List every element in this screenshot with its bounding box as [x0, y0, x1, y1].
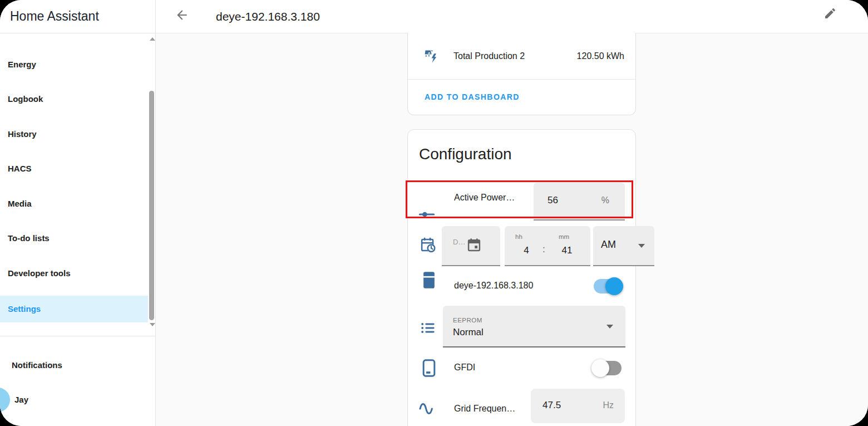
scroll-up-arrow-icon[interactable] [150, 37, 155, 41]
eeprom-label: EEPROM [453, 317, 482, 324]
chevron-down-icon [606, 325, 613, 329]
entity-row-total-production[interactable]: Total Production 2 120.50 kWh [408, 33, 635, 79]
page-title: deye-192.168.3.180 [216, 0, 320, 33]
active-power-label: Active Power… [454, 193, 515, 203]
arrow-left-icon [175, 8, 189, 22]
minute-label: mm [559, 233, 569, 240]
list-icon [420, 320, 436, 336]
sidebar-item-user[interactable]: Jay [0, 386, 148, 413]
sidebar-item-notifications[interactable]: Notifications [0, 352, 148, 379]
gfdi-label: GFDI [454, 363, 475, 373]
sidebar-item-hacs[interactable]: HACS [0, 155, 148, 182]
back-button[interactable] [175, 8, 190, 23]
calendar-clock-icon [420, 237, 437, 253]
entity-value: 120.50 kWh [577, 33, 624, 79]
date-input[interactable]: D… [442, 226, 500, 266]
sidebar-item-logbook[interactable]: Logbook [0, 86, 148, 112]
toggle-thumb [605, 277, 623, 295]
sidebar-item-media[interactable]: Media [0, 190, 148, 217]
add-to-dashboard-button[interactable]: ADD TO DASHBOARD [425, 80, 520, 114]
time-input[interactable]: hh 4 : mm 41 [505, 226, 590, 266]
pencil-icon [823, 7, 837, 20]
inverter-icon [422, 271, 436, 289]
card-actions: ADD TO DASHBOARD [408, 79, 635, 115]
page-header: deye-192.168.3.180 [156, 0, 868, 33]
sidebar-item-history[interactable]: History [0, 121, 148, 148]
eeprom-value: Normal [453, 327, 484, 338]
chevron-down-icon [638, 244, 645, 248]
sidebar-divider [0, 336, 156, 336]
sidebar-item-settings[interactable]: Settings [0, 296, 148, 322]
meridiem-value: AM [601, 239, 616, 251]
scroll-down-arrow-icon[interactable] [150, 323, 155, 326]
app-window: Home Assistant Energy Logbook History HA… [0, 0, 868, 426]
grid-frequency-unit: Hz [603, 400, 614, 410]
main-area: deye-192.168.3.180 [156, 0, 868, 426]
sensors-card: Total Production 2 120.50 kWh ADD TO DAS… [407, 33, 636, 115]
active-power-value: 56 [548, 195, 558, 206]
gfdi-toggle[interactable] [595, 361, 622, 375]
entity-name: Total Production 2 [453, 33, 525, 79]
solar-power-icon [423, 48, 439, 64]
calendar-icon [466, 237, 482, 253]
sidebar: Home Assistant Energy Logbook History HA… [0, 0, 156, 426]
tablet-icon [422, 359, 436, 377]
inverter-toggle[interactable] [594, 279, 620, 293]
edit-button[interactable] [823, 7, 840, 23]
sidebar-item-energy[interactable]: Energy [0, 51, 148, 78]
eeprom-select[interactable]: EEPROM Normal [443, 306, 625, 347]
hour-label: hh [515, 233, 522, 240]
minute-value[interactable]: 41 [556, 245, 578, 256]
inverter-label: deye-192.168.3.180 [454, 281, 533, 291]
grid-frequency-value: 47.5 [542, 400, 561, 411]
slider-icon [418, 208, 435, 221]
page-content: Total Production 2 120.50 kWh ADD TO DAS… [156, 33, 868, 426]
sidebar-scrollbar[interactable] [149, 91, 154, 320]
meridiem-select[interactable]: AM [593, 226, 654, 266]
app-title: Home Assistant [10, 0, 99, 33]
active-power-unit: % [601, 195, 609, 205]
active-power-input[interactable]: 56 % [534, 183, 625, 221]
sidebar-item-todo-lists[interactable]: To-do lists [0, 225, 148, 252]
hour-value[interactable]: 4 [515, 245, 537, 256]
time-separator: : [542, 244, 545, 255]
avatar [0, 388, 10, 412]
card-title: Configuration [419, 145, 512, 163]
sidebar-item-developer-tools[interactable]: Developer tools [0, 260, 148, 287]
date-placeholder: D… [453, 238, 465, 246]
user-name: Jay [14, 386, 28, 413]
grid-frequency-label: Grid Frequen… [454, 404, 515, 414]
toggle-thumb [591, 359, 609, 377]
sine-wave-icon [418, 400, 436, 417]
configuration-card: Configuration Active Power… 56 % [407, 129, 636, 426]
grid-frequency-input[interactable]: 47.5 Hz [531, 389, 625, 423]
sidebar-header: Home Assistant [0, 0, 155, 33]
